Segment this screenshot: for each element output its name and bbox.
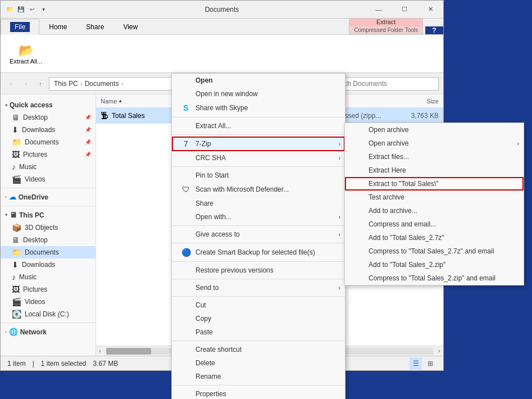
file-size: 3,763 KB (394, 112, 439, 120)
tab-share[interactable]: Share (76, 19, 113, 35)
sub-extract-here[interactable]: Extract Here (345, 164, 524, 177)
quick-access-arrow: ▾ (5, 103, 7, 108)
sidebar-item-pictures2-label: Pictures (23, 285, 47, 293)
sidebar-item-downloads[interactable]: ⬇ Downloads (1, 259, 96, 271)
sort-arrow-icon: ▲ (118, 98, 122, 103)
ctx-pin-start[interactable]: Pin to Start (172, 169, 345, 182)
sub-extract-to[interactable]: Extract to "Total Sales\" (345, 177, 524, 191)
ctx-rename[interactable]: Rename (172, 370, 345, 383)
sidebar-item-desktop[interactable]: 🖥 Desktop (1, 234, 96, 246)
tab-file[interactable]: File (1, 19, 39, 35)
ctx-properties[interactable]: Properties (172, 387, 345, 399)
up-button[interactable]: ↑ (34, 78, 47, 90)
sub-compress-7z-email[interactable]: Compress to "Total Sales_2.7z" and email (345, 244, 524, 258)
ctx-copy[interactable]: Copy (172, 312, 345, 325)
tab-home[interactable]: Home (39, 19, 76, 35)
ctx-restore[interactable]: Restore previous versions (172, 264, 345, 277)
sub-add-zip[interactable]: Add to "Total Sales_2.zip" (345, 258, 524, 271)
help-button[interactable]: ? (425, 26, 443, 34)
sidebar-item-pictures-pinned[interactable]: 🖼 Pictures 📌 (1, 148, 96, 161)
sidebar-divider-2 (1, 206, 96, 206)
sidebar-item-desktop-pinned[interactable]: 🖥 Desktop 📌 (1, 111, 96, 124)
sidebar-item-videos[interactable]: 🎬 Videos (1, 296, 96, 308)
ctx-give-access-label: Give access to (195, 230, 240, 238)
view-icons-button[interactable]: ⊞ (424, 357, 436, 370)
sub-add-to-archive-label: Add to archive... (369, 207, 417, 215)
scroll-right-btn[interactable]: › (435, 348, 443, 354)
ctx-sep-9 (172, 341, 345, 341)
ctx-open-with-arrow: › (339, 214, 340, 220)
sub-add-zip-label: Add to "Total Sales_2.zip" (369, 261, 445, 269)
ctx-send-to[interactable]: Send to › (172, 281, 345, 294)
sidebar-section-network[interactable]: › 🌐 Network (1, 325, 96, 338)
file-zip-icon: 🗜 (101, 111, 108, 120)
sub-extract-here-label: Extract Here (369, 166, 406, 174)
sidebar-section-onedrive[interactable]: › ☁ OneDrive (1, 191, 96, 203)
ctx-delete[interactable]: Delete (172, 356, 345, 370)
sidebar-item-music2-label: Music (19, 273, 37, 281)
sub-open-archive-1[interactable]: Open archive (345, 123, 524, 137)
tab-view-label: View (123, 23, 138, 31)
ctx-sep-3 (172, 166, 345, 167)
sub-open-archive-2[interactable]: Open archive › (345, 137, 524, 150)
sidebar-item-videos-pinned[interactable]: 🎬 Videos (1, 173, 96, 185)
sub-compress-email[interactable]: Compress and email... (345, 217, 524, 231)
ctx-scan[interactable]: 🛡 Scan with Microsoft Defender... (172, 182, 345, 197)
sidebar-item-music[interactable]: ♪ Music (1, 271, 96, 283)
ctx-crc-sha[interactable]: CRC SHA › (172, 151, 345, 165)
sidebar-item-music-pinned[interactable]: ♪ Music (1, 161, 96, 173)
forward-button[interactable]: › (20, 78, 32, 90)
sub-extract-files[interactable]: Extract files... (345, 150, 524, 164)
tab-view[interactable]: View (113, 19, 147, 35)
ctx-open-new-window-label: Open in new window (195, 90, 258, 98)
sidebar-item-downloads-pinned[interactable]: ⬇ Downloads 📌 (1, 124, 96, 136)
sidebar-section-this-pc[interactable]: ▾ 🖥 This PC (1, 208, 96, 221)
ctx-give-access[interactable]: Give access to › (172, 228, 345, 241)
sidebar-item-pictures[interactable]: 🖼 Pictures (1, 283, 96, 296)
sidebar-item-documents[interactable]: 📁 Documents (1, 246, 96, 259)
pictures-icon: 🖼 (12, 285, 20, 294)
path-separator-1: › (80, 80, 83, 88)
col-header-size[interactable]: Size (394, 98, 439, 105)
ctx-restore-label: Restore previous versions (195, 266, 274, 274)
ctx-create-shortcut[interactable]: Create shortcut (172, 343, 345, 356)
ctx-give-access-arrow: › (339, 232, 340, 238)
ctx-extract-all[interactable]: Extract All... (172, 119, 345, 133)
ctx-send-to-label: Send to (195, 284, 219, 292)
documents-icon: 📁 (12, 248, 21, 257)
minimize-button[interactable]: — (366, 1, 392, 19)
ctx-open[interactable]: Open (172, 74, 345, 87)
ctx-open-with[interactable]: Open with... › (172, 210, 345, 224)
this-pc-label: This PC (19, 211, 44, 219)
scroll-left-btn[interactable]: ‹ (96, 348, 104, 354)
scroll-thumb[interactable] (106, 348, 151, 355)
ctx-7zip[interactable]: 7 7-Zip › (172, 137, 345, 151)
back-button[interactable]: ‹ (5, 78, 17, 90)
view-details-button[interactable]: ☰ (410, 357, 422, 370)
sub-open-archive-1-label: Open archive (369, 126, 408, 134)
sidebar-item-local-disk[interactable]: 💽 Local Disk (C:) (1, 308, 96, 320)
ctx-smart-backup[interactable]: 🔵 Create Smart Backup for selected file(… (172, 245, 345, 260)
status-view-controls: ☰ ⊞ (410, 357, 436, 370)
ctx-cut[interactable]: Cut (172, 298, 345, 312)
sub-test-archive[interactable]: Test archive (345, 191, 524, 204)
search-input[interactable] (330, 80, 435, 88)
sidebar-section-quick-access[interactable]: ▾ Quick access (1, 99, 96, 111)
ctx-7zip-icon: 7 (181, 139, 191, 148)
ctx-share[interactable]: Share (172, 197, 345, 210)
sub-compress-zip-email[interactable]: Compress to "Total Sales_2.zip" and emai… (345, 271, 524, 285)
extract-all-button[interactable]: 📂 Extract All... (5, 41, 47, 67)
ctx-paste[interactable]: Paste (172, 325, 345, 339)
sub-add-to-archive[interactable]: Add to archive... (345, 204, 524, 217)
ctx-open-with-label: Open with... (195, 213, 231, 221)
sub-add-7z[interactable]: Add to "Total Sales_2.7z" (345, 231, 524, 244)
close-button[interactable]: ✕ (417, 1, 443, 19)
sidebar-item-3d-label: 3D Objects (25, 224, 58, 232)
ctx-sep-6 (172, 261, 345, 262)
ctx-open-new-window[interactable]: Open in new window (172, 87, 345, 101)
sidebar-item-documents-pinned[interactable]: 📁 Documents 📌 (1, 136, 96, 148)
maximize-button[interactable]: ☐ (392, 1, 417, 19)
window-title: Documents (205, 6, 239, 13)
ctx-share-skype[interactable]: S Share with Skype (172, 101, 345, 115)
sidebar-item-3d-objects[interactable]: 📦 3D Objects (1, 221, 96, 234)
